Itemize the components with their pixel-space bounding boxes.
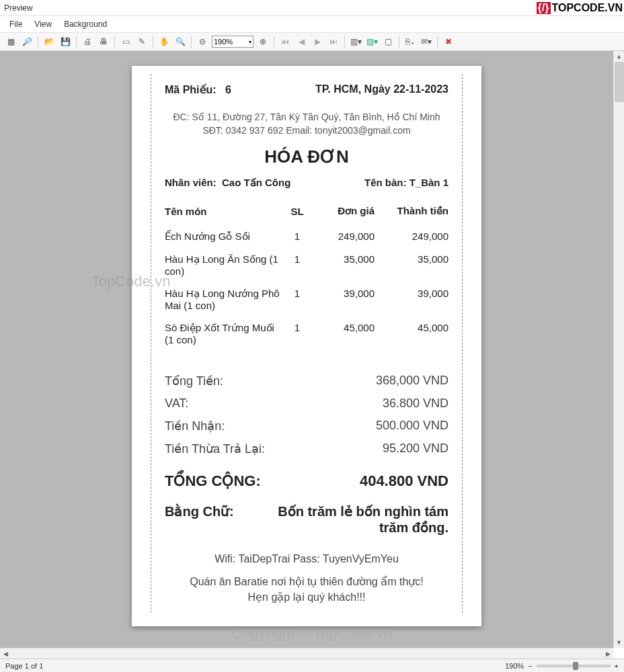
slider-track[interactable] — [537, 665, 611, 667]
horizontal-scrollbar[interactable]: ◀ ▶ — [0, 648, 613, 659]
toolbar: ▦ 🔎 📂 💾 🖨 🖶 ▭ ✎ ✋ 🔍 ⊖ 190% ▾ ⊕ ⏮ ◀ ▶ ⏭ ▥… — [0, 32, 624, 51]
zoom-plus-icon[interactable]: + — [615, 662, 619, 670]
total-value: 500.000 VND — [376, 419, 448, 433]
open-icon[interactable]: 📂 — [42, 35, 56, 48]
zoom-slider[interactable]: 190% − + — [505, 662, 619, 670]
bye-1: Quán ăn Baratie nơi hội tụ thiên đường ẩ… — [165, 575, 448, 589]
staff-label: Nhân viên: — [165, 177, 217, 188]
cell-amount: 45,000 — [375, 317, 448, 351]
cell-price: 35,000 — [314, 248, 375, 282]
page-paper: Mã Phiếu: 6 TP. HCM, Ngày 22-11-2023 ĐC:… — [132, 66, 481, 626]
multipage-icon[interactable]: ▥▾ — [349, 35, 362, 48]
cell-price: 45,000 — [314, 317, 375, 351]
save-icon[interactable]: 💾 — [58, 35, 72, 48]
cell-amount: 249,000 — [375, 225, 448, 248]
cell-price: 39,000 — [314, 282, 375, 317]
statusbar: Page 1 of 1 190% − + — [0, 659, 624, 672]
logo-icon: {/} — [537, 2, 551, 14]
total-value: 95.200 VND — [383, 442, 448, 456]
last-icon[interactable]: ⏭ — [327, 35, 340, 48]
cell-qty: 1 — [280, 317, 314, 351]
menu-background[interactable]: Background — [64, 19, 107, 29]
cell-qty: 1 — [280, 225, 314, 248]
table-name: T_Bàn 1 — [410, 177, 448, 188]
brand-logo: {/} TOPCODE.VN — [537, 0, 623, 16]
total-row: Tiền Thừa Trả Lại:95.200 VND — [165, 437, 448, 460]
first-icon[interactable]: ⏮ — [278, 35, 292, 48]
page-indicator: Page 1 of 1 — [5, 662, 43, 670]
cell-amount: 35,000 — [375, 248, 448, 282]
color-icon[interactable]: ▧▾ — [365, 35, 379, 48]
hand-icon[interactable]: ✋ — [157, 35, 171, 48]
print-icon[interactable]: 🖨 — [81, 35, 94, 48]
receipt-title: HÓA ĐƠN — [165, 146, 448, 167]
total-label: Tiền Thừa Trả Lại: — [165, 442, 265, 456]
table-row: Sò Điệp Xốt Trứng Muối (1 con)145,00045,… — [165, 317, 448, 351]
cell-amount: 39,000 — [375, 282, 448, 317]
staff-name: Cao Tấn Công — [222, 177, 290, 188]
grand-value: 404.800 VND — [360, 472, 448, 490]
window-title: Preview — [4, 3, 33, 13]
menubar: File View Background — [0, 16, 624, 32]
menu-view[interactable]: View — [34, 19, 52, 29]
receipt: Mã Phiếu: 6 TP. HCM, Ngày 22-11-2023 ĐC:… — [151, 74, 463, 613]
col-price: Đơn giá — [314, 205, 375, 225]
cell-qty: 1 — [280, 248, 314, 282]
chevron-down-icon: ▾ — [249, 39, 251, 45]
items-table: Tên món SL Đơn giá Thành tiền Ếch Nướng … — [165, 205, 448, 351]
layout-icon[interactable]: ▦ — [4, 35, 17, 48]
cell-qty: 1 — [280, 282, 314, 317]
total-value: 368,000 VND — [376, 374, 448, 388]
mail-icon[interactable]: ✉▾ — [420, 35, 433, 48]
totals: Tổng Tiền:368,000 VNDVAT:36.800 VNDTiền … — [165, 370, 448, 460]
col-qty: SL — [280, 205, 314, 225]
total-value: 36.800 VND — [383, 396, 448, 411]
grand-label: TỔNG CỘNG: — [165, 472, 261, 490]
total-label: Tiền Nhận: — [165, 419, 225, 433]
contact-line: SĐT: 0342 937 692 Email: tonyit2003@gmai… — [165, 124, 448, 138]
edit-icon[interactable]: ✎ — [135, 35, 149, 48]
total-label: Tổng Tiền: — [165, 374, 223, 388]
export-icon[interactable]: ⎘▾ — [403, 35, 417, 48]
scroll-right-icon[interactable]: ▶ — [602, 648, 613, 659]
preview-viewport[interactable]: Mã Phiếu: 6 TP. HCM, Ngày 22-11-2023 ĐC:… — [0, 51, 613, 648]
vertical-scrollbar[interactable]: ▲ ▼ — [613, 51, 624, 648]
table-row: Ếch Nướng Gỗ Sồi1249,000249,000 — [165, 225, 448, 248]
menu-file[interactable]: File — [9, 19, 22, 29]
table-row: Hàu Hạ Long Nướng Phô Mai (1 con)139,000… — [165, 282, 448, 317]
col-amount: Thành tiền — [375, 205, 448, 225]
logo-text: TOPCODE.VN — [552, 2, 623, 14]
scroll-thumb[interactable] — [615, 62, 624, 102]
watermark-icon[interactable]: ▢ — [381, 35, 395, 48]
close-icon[interactable]: ✖ — [442, 35, 455, 48]
next-icon[interactable]: ▶ — [311, 35, 324, 48]
cell-name: Ếch Nướng Gỗ Sồi — [165, 225, 280, 248]
cell-name: Hàu Hạ Long Ăn Sống (1 con) — [165, 248, 280, 282]
titlebar: Preview {/} TOPCODE.VN — [0, 0, 624, 16]
scroll-up-icon[interactable]: ▲ — [614, 51, 624, 62]
scroll-down-icon[interactable]: ▼ — [614, 637, 624, 648]
zoom-select[interactable]: 190% ▾ — [212, 36, 254, 48]
city-date: TP. HCM, Ngày 22-11-2023 — [315, 83, 448, 96]
zoomout-icon[interactable]: ⊖ — [196, 35, 209, 48]
quickprint-icon[interactable]: 🖶 — [97, 35, 110, 48]
total-row: Tiền Nhận:500.000 VND — [165, 415, 448, 437]
find-icon[interactable]: 🔎 — [20, 35, 34, 48]
cell-name: Hàu Hạ Long Nướng Phô Mai (1 con) — [165, 282, 280, 317]
zoom-minus-icon[interactable]: − — [528, 662, 532, 670]
status-zoom: 190% — [505, 662, 524, 670]
magnify-icon[interactable]: 🔍 — [173, 35, 187, 48]
address-line: ĐC: Số 11, Đường 27, Tân Kỳ Tân Quý, Tân… — [165, 111, 448, 124]
words-value: Bốn trăm lẻ bốn nghìn tám trăm đồng. — [272, 503, 448, 536]
scroll-left-icon[interactable]: ◀ — [0, 648, 11, 659]
words-label: Bằng Chữ: — [165, 503, 272, 536]
pagesetup-icon[interactable]: ▭ — [119, 35, 132, 48]
total-row: VAT:36.800 VND — [165, 392, 448, 415]
zoom-value: 190% — [214, 38, 233, 46]
slider-knob[interactable] — [573, 662, 578, 670]
prev-icon[interactable]: ◀ — [295, 35, 308, 48]
zoomin-icon[interactable]: ⊕ — [256, 35, 270, 48]
slip-label: Mã Phiếu: — [165, 84, 217, 95]
cell-name: Sò Điệp Xốt Trứng Muối (1 con) — [165, 317, 280, 351]
bye-2: Hẹn gặp lại quý khách!!! — [165, 590, 448, 605]
